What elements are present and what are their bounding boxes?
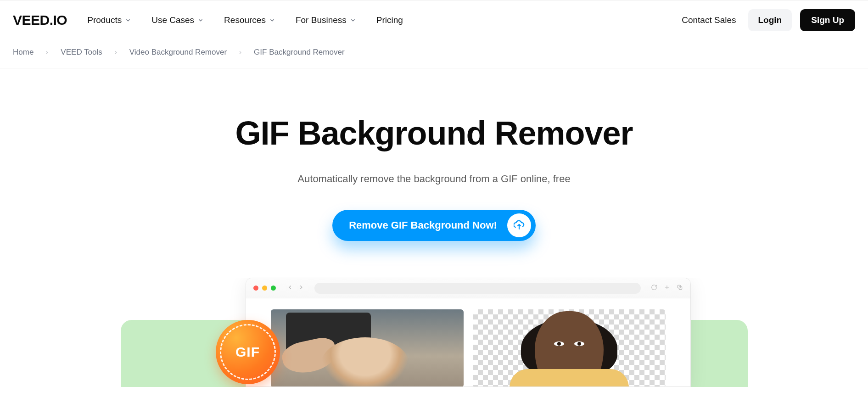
page-subtitle: Automatically remove the background from… [0,173,868,185]
minimize-dot-icon [262,285,267,291]
dashed-ring-icon [220,324,276,380]
breadcrumb: Home VEED Tools Video Background Remover… [0,41,868,68]
header-actions: Contact Sales Login Sign Up [678,9,855,31]
page-title: GIF Background Remover [0,114,868,152]
chevron-right-icon [238,50,243,55]
breadcrumb-video-bg-remover[interactable]: Video Background Remover [129,48,227,57]
chevron-left-icon [287,284,293,292]
zoom-dot-icon [271,285,276,291]
nav-label: Pricing [376,15,403,25]
after-image-transparent [473,309,666,387]
chevron-right-icon [113,50,118,55]
copy-icon [677,284,683,292]
nav-label: Products [87,15,122,25]
browser-toolbar [246,278,690,298]
nav-item-products[interactable]: Products [87,15,131,25]
site-header: VEED.IO Products Use Cases Resources For… [0,1,868,41]
primary-nav: Products Use Cases Resources For Busines… [87,15,678,25]
upload-icon [507,213,531,237]
chevron-right-icon [298,284,304,292]
nav-item-resources[interactable]: Resources [224,15,275,25]
nav-item-pricing[interactable]: Pricing [376,15,403,25]
signup-button[interactable]: Sign Up [800,9,855,31]
brand-logo[interactable]: VEED.IO [13,12,67,28]
contact-sales-link[interactable]: Contact Sales [678,11,739,30]
chevron-down-icon [269,17,275,23]
mock-browser-window [246,278,691,387]
hero: GIF Background Remover Automatically rem… [0,68,868,387]
chevron-right-icon [45,50,50,55]
nav-item-use-cases[interactable]: Use Cases [151,15,204,25]
nav-item-for-business[interactable]: For Business [296,15,356,25]
nav-label: Use Cases [151,15,194,25]
before-image [271,309,464,387]
remove-background-button[interactable]: Remove GIF Background Now! [332,210,536,241]
browser-body [246,298,690,387]
breadcrumb-home[interactable]: Home [13,48,34,57]
address-bar [314,283,641,294]
nav-label: For Business [296,15,347,25]
chevron-down-icon [197,17,204,23]
breadcrumb-veed-tools[interactable]: VEED Tools [61,48,102,57]
gif-badge: GIF [216,320,280,384]
window-controls [253,285,276,291]
hero-illustration: GIF [121,278,748,387]
login-button[interactable]: Login [748,9,792,31]
chevron-down-icon [125,17,131,23]
cta-label: Remove GIF Background Now! [349,219,497,231]
breadcrumb-current: GIF Background Remover [254,48,344,57]
refresh-icon [651,284,657,292]
chevron-down-icon [350,17,356,23]
nav-label: Resources [224,15,266,25]
close-dot-icon [253,285,258,291]
plus-icon [664,284,670,292]
